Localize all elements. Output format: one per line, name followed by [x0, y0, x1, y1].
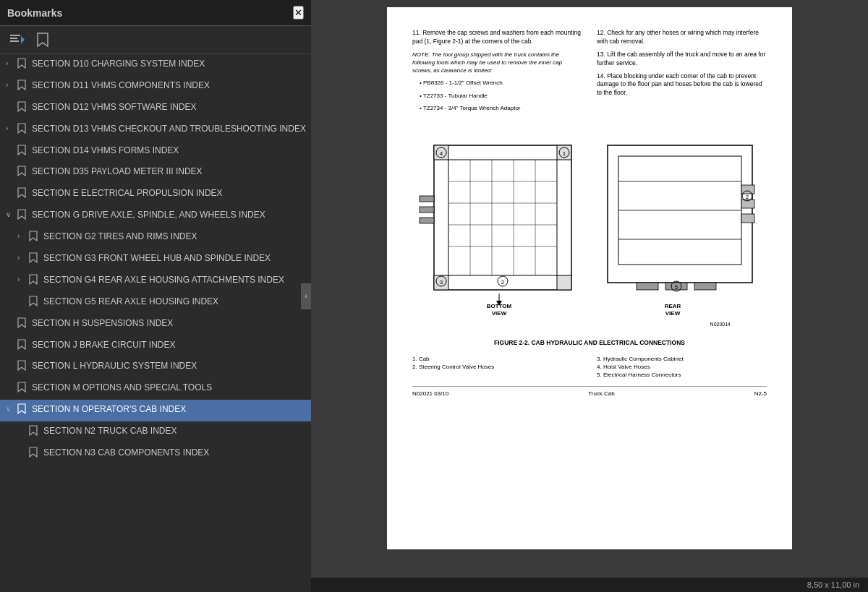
svg-rect-43 [694, 283, 716, 290]
bookmark-icon-4 [17, 145, 27, 159]
bookmark-icon-2 [17, 101, 27, 116]
svg-rect-17 [557, 275, 571, 290]
bookmark-item-9[interactable]: ›SECTION G3 FRONT WHEEL HUB AND SPINDLE … [0, 249, 311, 270]
bookmark-item-3[interactable]: ›SECTION D13 VHMS CHECKOUT AND TROUBLESH… [0, 119, 311, 141]
bookmark-icon-11 [29, 296, 39, 310]
svg-text:2: 2 [501, 279, 505, 286]
collapse-sidebar-button[interactable]: ‹ [301, 283, 311, 309]
page-size-label: 8,50 x 11,00 in [807, 580, 859, 589]
sidebar: Bookmarks ✕ ›SECTION D10 CHARGING SYSTEM… [0, 0, 311, 592]
bookmark-item-17[interactable]: SECTION N2 TRUCK CAB INDEX [0, 421, 311, 443]
bookmark-icon-12 [17, 317, 27, 332]
bookmark-item-15[interactable]: SECTION M OPTIONS AND SPECIAL TOOLS [0, 378, 311, 400]
page-footer: N02021 03/10 Truck Cab N2-5 [412, 386, 767, 398]
bookmark-text-5: SECTION D35 PAYLOAD METER III INDEX [32, 166, 307, 177]
bookmark-item-7[interactable]: ∨SECTION G DRIVE AXLE, SPINDLE, AND WHEE… [0, 205, 311, 227]
svg-rect-1 [10, 38, 17, 39]
figure-caption: FIGURE 2-2. CAB HYDRAULIC AND ELECTRICAL… [412, 339, 767, 348]
bookmark-icon-7 [17, 209, 27, 223]
close-button[interactable]: ✕ [293, 6, 304, 20]
note-text: NOTE: The tool group shipped with the tr… [412, 51, 582, 75]
chevron-icon-8: › [17, 231, 26, 241]
bookmark-icon-5 [17, 166, 27, 180]
bookmark-item-10[interactable]: ›SECTION G4 REAR AXLE HOUSING ATTACHMENT… [0, 270, 311, 292]
svg-rect-40 [741, 214, 754, 223]
bookmark-icon-1 [17, 80, 27, 94]
bookmark-item-16[interactable]: ∨SECTION N OPERATOR'S CAB INDEX [0, 400, 311, 421]
svg-text:VIEW: VIEW [665, 310, 681, 317]
cab-diagram-svg: 4 1 2 3 BOTTOM VIEW [412, 124, 767, 333]
bookmark-icon-10 [29, 274, 39, 288]
bookmark-item-13[interactable]: SECTION J BRAKE CIRCUIT INDEX [0, 335, 311, 357]
svg-marker-3 [21, 36, 25, 43]
legend-area: 1. Cab 2. Steering Control Valve Hoses 3… [412, 355, 767, 379]
bookmark-item-2[interactable]: SECTION D12 VHMS SOFTWARE INDEX [0, 98, 311, 119]
svg-rect-20 [420, 218, 434, 223]
svg-text:4: 4 [440, 150, 443, 157]
svg-rect-0 [10, 35, 20, 36]
bookmark-text-11: SECTION G5 REAR AXLE HOUSING INDEX [43, 296, 307, 307]
footer-left: N02021 03/10 [412, 390, 448, 398]
bookmark-item-0[interactable]: ›SECTION D10 CHARGING SYSTEM INDEX [0, 54, 311, 76]
bookmark-item-18[interactable]: SECTION N3 CAB COMPONENTS INDEX [0, 443, 311, 465]
svg-rect-4 [434, 145, 571, 290]
svg-rect-33 [608, 145, 752, 283]
bookmark-item-1[interactable]: ›SECTION D11 VHMS COMPONENTS INDEX [0, 76, 311, 98]
bookmark-text-1: SECTION D11 VHMS COMPONENTS INDEX [32, 80, 307, 91]
bookmark-icon-8 [29, 231, 39, 245]
bookmark-text-18: SECTION N3 CAB COMPONENTS INDEX [43, 447, 307, 458]
sidebar-toolbar [0, 26, 311, 54]
bookmark-item-12[interactable]: SECTION H SUSPENSIONS INDEX [0, 314, 311, 335]
chevron-icon-7: ∨ [6, 210, 14, 219]
bookmark-text-12: SECTION H SUSPENSIONS INDEX [32, 317, 307, 329]
bookmark-text-10: SECTION G4 REAR AXLE HOUSING ATTACHMENTS… [43, 274, 307, 286]
bookmark-item-5[interactable]: SECTION D35 PAYLOAD METER III INDEX [0, 162, 311, 184]
bookmark-options-button[interactable] [33, 30, 52, 49]
rear-view-group: 2 5 REAR VIEW N020014 [608, 145, 754, 327]
page-container[interactable]: 11. Remove the cap screws and washers fr… [311, 0, 868, 577]
bookmark-item-11[interactable]: SECTION G5 REAR AXLE HOUSING INDEX [0, 292, 311, 314]
bookmark-icon-16 [17, 403, 27, 418]
expand-all-button[interactable] [6, 30, 27, 49]
bookmark-icon-0 [17, 58, 27, 72]
legend-item-4: 4. Hoist Valve Hoses [597, 363, 767, 371]
bookmark-icon-15 [17, 382, 27, 396]
bottom-view-group: 4 1 2 3 BOTTOM VIEW [420, 145, 571, 317]
instruction-13: 13. Lift the cab assembly off the truck … [597, 51, 767, 68]
text-right-col: 12. Check for any other hoses or wiring … [597, 29, 767, 116]
bookmark-item-8[interactable]: ›SECTION G2 TIRES AND RIMS INDEX [0, 227, 311, 249]
svg-text:VIEW: VIEW [492, 310, 507, 317]
svg-text:1: 1 [563, 150, 566, 157]
bookmark-icon-13 [17, 339, 27, 353]
chevron-icon-9: › [17, 253, 26, 262]
bookmark-text-16: SECTION N OPERATOR'S CAB INDEX [32, 403, 307, 415]
svg-text:REAR: REAR [665, 303, 681, 309]
svg-rect-18 [420, 196, 434, 202]
bookmark-text-8: SECTION G2 TIRES AND RIMS INDEX [43, 231, 307, 242]
bookmark-item-4[interactable]: SECTION D14 VHMS FORMS INDEX [0, 141, 311, 163]
bookmark-text-9: SECTION G3 FRONT WHEEL HUB AND SPINDLE I… [43, 252, 307, 264]
svg-rect-5 [448, 160, 557, 275]
page-area: ‹ 11. Remove the cap screws and washers … [311, 0, 868, 592]
bullet-3: • TZ2734 - 3/4" Torque Wrench Adaptor [420, 104, 582, 112]
bullet-1: • PB8326 - 1-1/2" Offset Wrench [420, 79, 582, 87]
chevron-icon-0: › [6, 59, 14, 68]
instruction-11: 11. Remove the cap screws and washers fr… [412, 29, 582, 46]
bookmark-item-6[interactable]: SECTION E ELECTRICAL PROPULSION INDEX [0, 184, 311, 205]
bookmark-text-7: SECTION G DRIVE AXLE, SPINDLE, AND WHEEL… [32, 209, 307, 220]
legend-right: 3. Hydraulic Components Cabinet 4. Hoist… [597, 355, 767, 379]
svg-rect-41 [637, 283, 658, 290]
bookmark-text-4: SECTION D14 VHMS FORMS INDEX [32, 145, 307, 156]
chevron-icon-16: ∨ [6, 404, 14, 413]
bookmark-list[interactable]: ›SECTION D10 CHARGING SYSTEM INDEX›SECTI… [0, 54, 311, 592]
bookmark-item-14[interactable]: SECTION L HYDRAULIC SYSTEM INDEX [0, 356, 311, 378]
chevron-icon-1: › [6, 80, 14, 90]
bookmark-options-icon [36, 32, 49, 48]
legend-item-5: 5. Electrical Harness Connectors [597, 371, 767, 379]
sidebar-header: Bookmarks ✕ [0, 0, 311, 26]
bookmark-icon-18 [29, 447, 39, 461]
bookmark-text-15: SECTION M OPTIONS AND SPECIAL TOOLS [32, 382, 307, 393]
chevron-icon-10: › [17, 275, 26, 284]
legend-item-3: 3. Hydraulic Components Cabinet [597, 355, 767, 363]
legend-left: 1. Cab 2. Steering Control Valve Hoses [412, 355, 582, 379]
